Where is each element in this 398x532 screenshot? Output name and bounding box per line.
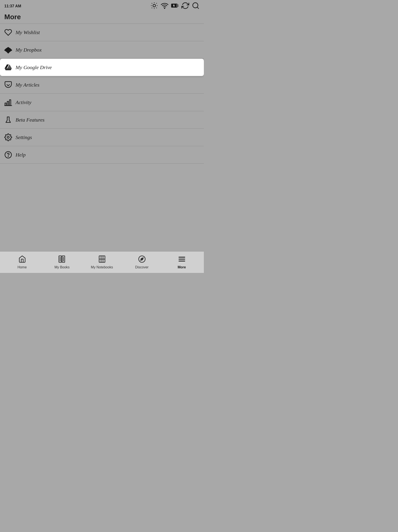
menu-item-wishlist[interactable]: My Wishlist bbox=[0, 24, 204, 41]
search-icon[interactable] bbox=[192, 2, 199, 11]
menu-item-beta[interactable]: Beta Features bbox=[0, 111, 204, 129]
menu-item-dropbox[interactable]: My Dropbox bbox=[0, 41, 204, 59]
nav-item-discover[interactable]: Discover bbox=[122, 255, 162, 269]
nav-item-home[interactable]: Home bbox=[2, 255, 42, 269]
battery-icon bbox=[171, 2, 179, 11]
home-icon bbox=[18, 255, 26, 265]
svg-line-7 bbox=[152, 7, 152, 8]
svg-point-9 bbox=[164, 8, 165, 8]
page-title: More bbox=[4, 13, 199, 21]
svg-line-8 bbox=[156, 3, 157, 3]
nav-item-more[interactable]: More bbox=[162, 255, 202, 269]
svg-rect-21 bbox=[7, 101, 9, 106]
bottom-nav: Home My Books My Notebooks bbox=[0, 251, 204, 273]
dropbox-icon bbox=[4, 46, 16, 54]
status-bar: 11:37 AM bbox=[0, 0, 204, 11]
menu-item-wishlist-label: My Wishlist bbox=[16, 30, 40, 35]
svg-line-15 bbox=[197, 7, 199, 8]
status-time: 11:37 AM bbox=[4, 4, 21, 8]
menu-item-settings-label: Settings bbox=[16, 134, 32, 140]
nav-item-my-notebooks[interactable]: My Notebooks bbox=[82, 255, 122, 269]
google-drive-icon bbox=[4, 63, 16, 71]
more-icon bbox=[178, 255, 186, 265]
notebooks-icon bbox=[98, 255, 106, 265]
nav-notebooks-label: My Notebooks bbox=[91, 265, 113, 269]
activity-icon bbox=[4, 98, 16, 106]
menu-item-help-label: Help bbox=[16, 152, 26, 158]
brightness-icon bbox=[150, 2, 158, 11]
menu-item-beta-label: Beta Features bbox=[16, 117, 44, 123]
svg-line-4 bbox=[156, 7, 157, 8]
menu-item-articles-label: My Articles bbox=[16, 82, 39, 88]
help-icon bbox=[4, 151, 16, 159]
menu-item-activity[interactable]: Activity bbox=[0, 94, 204, 111]
status-icons bbox=[150, 2, 199, 11]
heart-icon bbox=[4, 28, 16, 36]
books-icon bbox=[58, 255, 66, 265]
svg-line-3 bbox=[152, 3, 152, 3]
nav-item-my-books[interactable]: My Books bbox=[42, 255, 82, 269]
pocket-icon bbox=[4, 81, 16, 89]
svg-rect-22 bbox=[9, 100, 11, 106]
nav-more-label: More bbox=[178, 265, 186, 269]
menu-item-settings[interactable]: Settings bbox=[0, 129, 204, 146]
svg-point-26 bbox=[7, 136, 9, 138]
flask-icon bbox=[4, 116, 16, 124]
discover-icon bbox=[138, 255, 146, 265]
menu-item-google-drive[interactable]: My Google Drive bbox=[0, 59, 204, 76]
wifi-icon bbox=[161, 2, 168, 11]
menu-item-articles[interactable]: My Articles bbox=[0, 76, 204, 94]
nav-home-label: Home bbox=[18, 265, 27, 269]
nav-books-label: My Books bbox=[54, 265, 69, 269]
gear-icon bbox=[4, 133, 16, 141]
sync-icon bbox=[181, 2, 189, 11]
menu-item-activity-label: Activity bbox=[16, 100, 31, 105]
menu-item-google-drive-label: My Google Drive bbox=[16, 64, 52, 70]
page-title-container: More bbox=[0, 11, 204, 24]
nav-discover-label: Discover bbox=[135, 265, 149, 269]
svg-marker-38 bbox=[140, 258, 143, 261]
menu-item-help[interactable]: Help bbox=[0, 146, 204, 164]
svg-point-0 bbox=[153, 4, 155, 7]
menu-list: My Wishlist My Dropbox My Google Drive bbox=[0, 24, 204, 164]
menu-item-dropbox-label: My Dropbox bbox=[16, 47, 42, 53]
svg-rect-20 bbox=[5, 103, 6, 106]
